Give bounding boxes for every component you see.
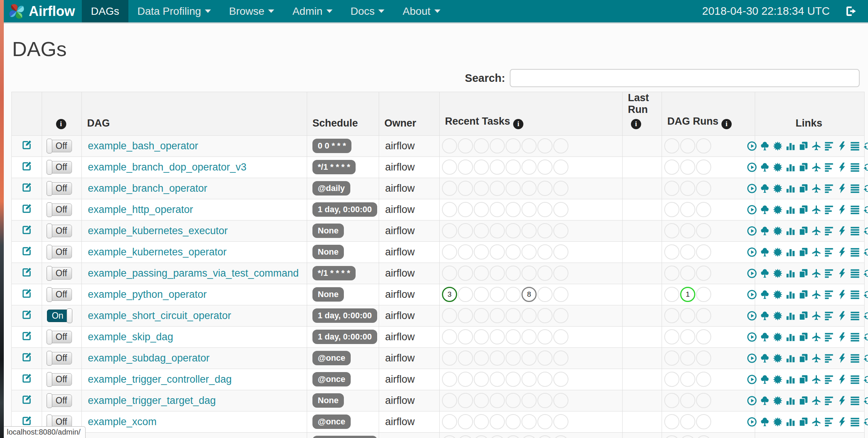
state-circle[interactable] [664, 138, 679, 153]
code-view-button[interactable] [837, 141, 847, 151]
state-circle[interactable] [553, 329, 568, 344]
pause-toggle[interactable]: Off [47, 394, 72, 407]
state-circle[interactable] [537, 266, 553, 281]
pause-toggle[interactable]: Off [47, 203, 72, 216]
state-circle[interactable] [490, 372, 505, 387]
state-circle[interactable] [474, 202, 489, 217]
state-circle[interactable] [696, 202, 711, 217]
gantt-view-button[interactable] [824, 417, 834, 427]
state-circle[interactable] [680, 266, 695, 281]
state-circle[interactable] [696, 414, 711, 429]
state-circle[interactable] [664, 308, 679, 323]
refresh-dag-button[interactable] [863, 141, 868, 151]
state-circle[interactable] [458, 414, 473, 429]
dag-details-button[interactable] [850, 162, 860, 172]
state-circle[interactable] [442, 223, 457, 238]
state-circle[interactable] [490, 244, 505, 260]
state-circle[interactable] [680, 202, 695, 217]
state-circle[interactable] [537, 223, 553, 238]
edit-dag-button[interactable] [22, 415, 32, 426]
refresh-dag-button[interactable] [863, 183, 868, 194]
dag-link[interactable]: example_skip_dag [82, 331, 173, 343]
graph-view-button[interactable] [773, 226, 783, 236]
dag-details-button[interactable] [850, 205, 860, 215]
nav-item-dags[interactable]: DAGs [82, 0, 128, 22]
state-circle[interactable] [458, 372, 473, 387]
state-circle[interactable] [537, 160, 553, 175]
state-circle[interactable] [553, 350, 568, 366]
state-circle[interactable] [458, 308, 473, 323]
state-circle[interactable] [474, 287, 489, 302]
state-circle[interactable] [664, 266, 679, 281]
pause-toggle[interactable]: Off [47, 331, 72, 343]
state-circle[interactable] [521, 266, 537, 281]
state-circle[interactable] [490, 266, 505, 281]
dag-details-button[interactable] [850, 247, 860, 257]
brand-home-link[interactable]: Airflow [4, 0, 80, 22]
trigger-dag-button[interactable] [747, 417, 757, 427]
gantt-view-button[interactable] [824, 353, 834, 363]
state-circle[interactable] [506, 223, 521, 238]
state-circle[interactable] [458, 181, 473, 196]
state-circle[interactable] [680, 329, 695, 344]
task-duration-button[interactable] [785, 311, 796, 321]
pause-toggle[interactable]: Off [47, 267, 72, 280]
edit-dag-button[interactable] [22, 309, 32, 320]
search-input[interactable] [510, 69, 860, 87]
trigger-dag-button[interactable] [747, 353, 757, 363]
state-circle[interactable] [664, 414, 679, 429]
state-circle[interactable] [521, 435, 537, 438]
task-duration-button[interactable] [785, 205, 796, 215]
state-circle[interactable] [474, 138, 489, 153]
tree-view-button[interactable] [760, 374, 770, 385]
state-circle[interactable] [553, 393, 568, 408]
tree-view-button[interactable] [760, 162, 770, 172]
tree-view-button[interactable] [760, 353, 770, 363]
state-circle[interactable] [490, 181, 505, 196]
refresh-dag-button[interactable] [863, 396, 868, 406]
refresh-dag-button[interactable] [863, 268, 868, 278]
state-circle[interactable] [506, 393, 521, 408]
refresh-dag-button[interactable] [863, 311, 868, 321]
state-circle[interactable] [664, 160, 679, 175]
state-circle[interactable] [442, 372, 457, 387]
pause-toggle[interactable]: Off [47, 182, 72, 195]
state-circle[interactable] [506, 287, 521, 302]
state-circle[interactable] [506, 181, 521, 196]
task-tries-button[interactable] [798, 226, 809, 236]
state-circle[interactable] [537, 202, 553, 217]
trigger-dag-button[interactable] [747, 268, 757, 278]
state-circle[interactable] [521, 350, 537, 366]
state-circle[interactable] [442, 393, 457, 408]
task-tries-button[interactable] [798, 353, 809, 363]
edit-dag-button[interactable] [22, 224, 32, 235]
dag-details-button[interactable] [850, 353, 860, 363]
gantt-view-button[interactable] [824, 268, 834, 278]
state-circle[interactable] [474, 372, 489, 387]
state-circle[interactable] [664, 244, 679, 260]
dag-link[interactable]: example_bash_operator [82, 140, 198, 152]
state-circle[interactable] [474, 329, 489, 344]
tree-view-button[interactable] [760, 205, 770, 215]
trigger-dag-button[interactable] [747, 205, 757, 215]
task-duration-button[interactable] [785, 141, 796, 151]
pause-toggle[interactable]: Off [47, 288, 72, 301]
state-circle[interactable] [521, 181, 537, 196]
landing-times-button[interactable] [811, 396, 821, 406]
state-circle[interactable] [490, 329, 505, 344]
state-circle[interactable] [696, 372, 711, 387]
refresh-dag-button[interactable] [863, 374, 868, 385]
dag-details-button[interactable] [850, 183, 860, 194]
state-circle[interactable] [553, 435, 568, 438]
state-circle[interactable] [442, 329, 457, 344]
dag-details-button[interactable] [850, 396, 860, 406]
state-circle[interactable] [696, 160, 711, 175]
state-circle[interactable] [537, 393, 553, 408]
state-circle[interactable] [537, 414, 553, 429]
dag-link[interactable]: example_passing_params_via_test_command [82, 267, 299, 279]
graph-view-button[interactable] [773, 183, 783, 194]
task-duration-button[interactable] [785, 162, 796, 172]
state-circle[interactable] [537, 435, 553, 438]
trigger-dag-button[interactable] [747, 141, 757, 151]
edit-dag-button[interactable] [22, 288, 32, 299]
